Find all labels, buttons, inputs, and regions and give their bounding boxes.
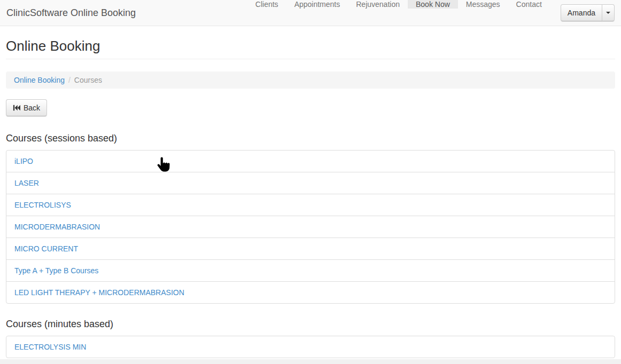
course-link-laser[interactable]: LASER (6, 172, 615, 194)
user-dropdown-toggle[interactable] (602, 4, 615, 21)
main-content: Online Booking Online Booking / Courses … (0, 38, 621, 358)
back-button[interactable]: Back (6, 99, 47, 116)
course-link-micro-current[interactable]: MICRO CURRENT (6, 238, 615, 260)
top-navbar: ClinicSoftware Online Booking Clients Ap… (0, 0, 621, 26)
section-heading-sessions-based: Courses (sessions based) (6, 133, 615, 144)
back-button-label: Back (24, 104, 40, 112)
nav-item-rejuvenation[interactable]: Rejuvenation (348, 0, 408, 9)
breadcrumb-separator: / (65, 76, 74, 84)
course-link-type-a-type-b[interactable]: Type A + Type B Courses (6, 259, 615, 282)
nav-item-book-now[interactable]: Book Now (408, 0, 458, 9)
user-button-group: Amanda (550, 0, 621, 26)
breadcrumb: Online Booking / Courses (6, 72, 615, 89)
navbar-menu: Clients Appointments Rejuvenation Book N… (247, 0, 550, 26)
breadcrumb-link-online-booking[interactable]: Online Booking (14, 76, 65, 84)
course-link-electrolisys[interactable]: ELECTROLISYS (6, 194, 615, 216)
caret-down-icon (606, 12, 610, 14)
course-list-minutes-based: ELECTROLYSIS MIN (6, 336, 615, 358)
course-link-ilipo[interactable]: iLIPO (6, 150, 615, 172)
course-link-microdermabrasion[interactable]: MICRODERMABRASION (6, 216, 615, 238)
footer-strip (0, 359, 621, 364)
course-link-led-light-therapy[interactable]: LED LIGHT THERAPY + MICRODERMABRASION (6, 281, 615, 304)
course-list-sessions-based: iLIPO LASER ELECTROLISYS MICRODERMABRASI… (6, 150, 615, 304)
section-heading-minutes-based: Courses (minutes based) (6, 319, 615, 329)
course-link-electrolysis-min[interactable]: ELECTROLYSIS MIN (6, 336, 615, 358)
nav-item-messages[interactable]: Messages (458, 0, 508, 9)
nav-item-contact[interactable]: Contact (508, 0, 550, 9)
fast-backward-icon (13, 104, 20, 112)
title-divider (6, 59, 615, 59)
nav-item-appointments[interactable]: Appointments (286, 0, 348, 9)
breadcrumb-current-courses: Courses (74, 76, 102, 84)
nav-item-clients[interactable]: Clients (247, 0, 286, 9)
navbar-brand[interactable]: ClinicSoftware Online Booking (0, 0, 144, 26)
user-button[interactable]: Amanda (561, 4, 602, 21)
page-title: Online Booking (6, 38, 615, 54)
